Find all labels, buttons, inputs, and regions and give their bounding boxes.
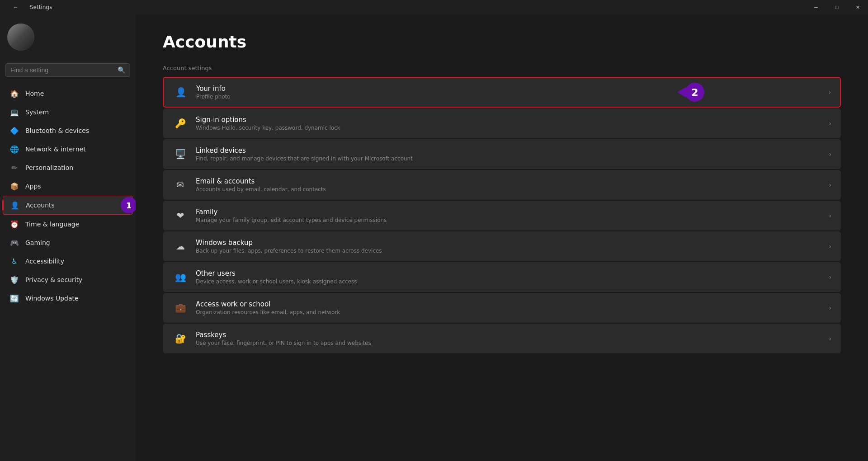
- sidebar-item-privacy[interactable]: 🛡️ Privacy & security: [3, 271, 133, 289]
- nav-icon-accessibility: ♿: [10, 257, 19, 266]
- settings-item-windows-backup[interactable]: ☁️ Windows backup Back up your files, ap…: [163, 231, 841, 261]
- sidebar-item-gaming[interactable]: 🎮 Gaming: [3, 234, 133, 252]
- nav-label-apps: Apps: [25, 183, 41, 190]
- settings-icon-other-users: 👥: [172, 269, 189, 285]
- titlebar-controls: ─ □ ✕: [806, 0, 868, 14]
- search-input[interactable]: [10, 66, 114, 74]
- search-container: 🔍: [0, 60, 136, 84]
- settings-title-passkeys: Passkeys: [196, 331, 829, 339]
- nav-label-network: Network & internet: [25, 146, 86, 153]
- minimize-button[interactable]: ─: [806, 0, 826, 14]
- settings-icon-linked-devices: 🖥️: [172, 146, 189, 162]
- settings-subtitle-windows-backup: Back up your files, apps, preferences to…: [196, 248, 829, 254]
- search-icon: 🔍: [118, 66, 125, 74]
- nav-icon-bluetooth: 🔷: [10, 126, 19, 135]
- sidebar-item-system[interactable]: 💻 System: [3, 103, 133, 121]
- nav-icon-network: 🌐: [10, 145, 19, 154]
- settings-icon-your-info: 👤: [173, 84, 189, 100]
- back-button[interactable]: ←: [5, 0, 26, 14]
- settings-item-email-accounts[interactable]: ✉️ Email & accounts Accounts used by ema…: [163, 170, 841, 200]
- maximize-button[interactable]: □: [826, 0, 847, 14]
- chevron-icon-sign-in: ›: [829, 120, 831, 127]
- section-label: Account settings: [163, 65, 841, 71]
- sidebar-item-time[interactable]: ⏰ Time & language: [3, 215, 133, 233]
- settings-subtitle-other-users: Device access, work or school users, kio…: [196, 278, 829, 285]
- nav-icon-time: ⏰: [10, 220, 19, 229]
- nav-label-bluetooth: Bluetooth & devices: [25, 127, 89, 134]
- chevron-icon-passkeys: ›: [829, 335, 831, 342]
- nav-icon-home: 🏠: [10, 89, 19, 98]
- settings-icon-access-work: 💼: [172, 300, 189, 316]
- settings-title-your-info: Your info: [196, 85, 828, 93]
- sidebar-item-update[interactable]: 🔄 Windows Update: [3, 289, 133, 307]
- titlebar: ← Settings ─ □ ✕: [0, 0, 868, 14]
- annotation-badge-2: 2: [685, 83, 704, 102]
- nav-label-home: Home: [25, 90, 44, 97]
- chevron-icon-email-accounts: ›: [829, 181, 831, 188]
- nav-icon-personalization: ✏️: [10, 163, 19, 172]
- search-box[interactable]: 🔍: [5, 63, 130, 77]
- chevron-icon-linked-devices: ›: [829, 151, 831, 158]
- sidebar-item-personalization[interactable]: ✏️ Personalization: [3, 159, 133, 177]
- close-button[interactable]: ✕: [847, 0, 868, 14]
- settings-title-email-accounts: Email & accounts: [196, 177, 829, 185]
- settings-title-family: Family: [196, 208, 829, 216]
- settings-subtitle-email-accounts: Accounts used by email, calendar, and co…: [196, 186, 829, 193]
- chevron-icon-your-info: ›: [828, 89, 831, 96]
- settings-item-passkeys[interactable]: 🔐 Passkeys Use your face, fingerprint, o…: [163, 324, 841, 353]
- sidebar: 🔍 🏠 Home 💻 System 🔷 Bluetooth & devices …: [0, 14, 136, 461]
- annotation-badge-2-container: 2: [677, 83, 704, 102]
- nav-label-time: Time & language: [25, 221, 79, 228]
- titlebar-title: Settings: [30, 4, 52, 10]
- settings-title-access-work: Access work or school: [196, 300, 829, 308]
- sidebar-item-accessibility[interactable]: ♿ Accessibility: [3, 252, 133, 270]
- chevron-icon-other-users: ›: [829, 273, 831, 281]
- sidebar-item-accounts[interactable]: 👤 Accounts 1: [3, 196, 133, 215]
- settings-list: 👤 Your info Profile photo 2 › 🔑 Sign-in …: [163, 77, 841, 353]
- settings-text-family: Family Manage your family group, edit ac…: [196, 208, 829, 223]
- app-body: 🔍 🏠 Home 💻 System 🔷 Bluetooth & devices …: [0, 14, 868, 461]
- settings-icon-windows-backup: ☁️: [172, 238, 189, 254]
- settings-item-family[interactable]: ❤️ Family Manage your family group, edit…: [163, 201, 841, 230]
- avatar: [7, 24, 34, 51]
- settings-text-access-work: Access work or school Organization resou…: [196, 300, 829, 315]
- settings-title-sign-in: Sign-in options: [196, 116, 829, 124]
- nav-icon-accounts: 👤: [10, 201, 19, 210]
- settings-icon-email-accounts: ✉️: [172, 177, 189, 193]
- settings-text-windows-backup: Windows backup Back up your files, apps,…: [196, 239, 829, 254]
- settings-title-linked-devices: Linked devices: [196, 146, 829, 155]
- nav-label-personalization: Personalization: [25, 164, 73, 171]
- page-title: Accounts: [163, 33, 841, 51]
- nav-label-system: System: [25, 108, 49, 116]
- settings-icon-sign-in: 🔑: [172, 115, 189, 132]
- settings-title-windows-backup: Windows backup: [196, 239, 829, 247]
- settings-subtitle-your-info: Profile photo: [196, 94, 828, 100]
- titlebar-left: ← Settings: [5, 0, 52, 14]
- settings-item-linked-devices[interactable]: 🖥️ Linked devices Find, repair, and mana…: [163, 139, 841, 169]
- nav-icon-update: 🔄: [10, 294, 19, 303]
- settings-item-your-info[interactable]: 👤 Your info Profile photo 2 ›: [163, 77, 841, 108]
- settings-item-sign-in[interactable]: 🔑 Sign-in options Windows Hello, securit…: [163, 108, 841, 138]
- settings-item-other-users[interactable]: 👥 Other users Device access, work or sch…: [163, 262, 841, 292]
- chevron-icon-access-work: ›: [829, 304, 831, 311]
- settings-item-access-work[interactable]: 💼 Access work or school Organization res…: [163, 293, 841, 323]
- sidebar-item-bluetooth[interactable]: 🔷 Bluetooth & devices: [3, 122, 133, 140]
- settings-title-other-users: Other users: [196, 269, 829, 278]
- chevron-icon-windows-backup: ›: [829, 243, 831, 250]
- nav-label-gaming: Gaming: [25, 239, 50, 246]
- sidebar-item-home[interactable]: 🏠 Home: [3, 85, 133, 103]
- nav-label-accessibility: Accessibility: [25, 258, 64, 265]
- settings-text-sign-in: Sign-in options Windows Hello, security …: [196, 116, 829, 131]
- settings-text-other-users: Other users Device access, work or schoo…: [196, 269, 829, 285]
- settings-text-email-accounts: Email & accounts Accounts used by email,…: [196, 177, 829, 193]
- settings-subtitle-family: Manage your family group, edit account t…: [196, 217, 829, 223]
- sidebar-item-network[interactable]: 🌐 Network & internet: [3, 140, 133, 158]
- settings-subtitle-linked-devices: Find, repair, and manage devices that ar…: [196, 155, 829, 162]
- sidebar-profile: [0, 14, 136, 60]
- sidebar-item-apps[interactable]: 📦 Apps: [3, 177, 133, 195]
- settings-text-linked-devices: Linked devices Find, repair, and manage …: [196, 146, 829, 162]
- sidebar-nav: 🏠 Home 💻 System 🔷 Bluetooth & devices 🌐 …: [0, 84, 136, 308]
- settings-subtitle-passkeys: Use your face, fingerprint, or PIN to si…: [196, 340, 829, 346]
- settings-text-your-info: Your info Profile photo: [196, 85, 828, 100]
- nav-icon-apps: 📦: [10, 182, 19, 191]
